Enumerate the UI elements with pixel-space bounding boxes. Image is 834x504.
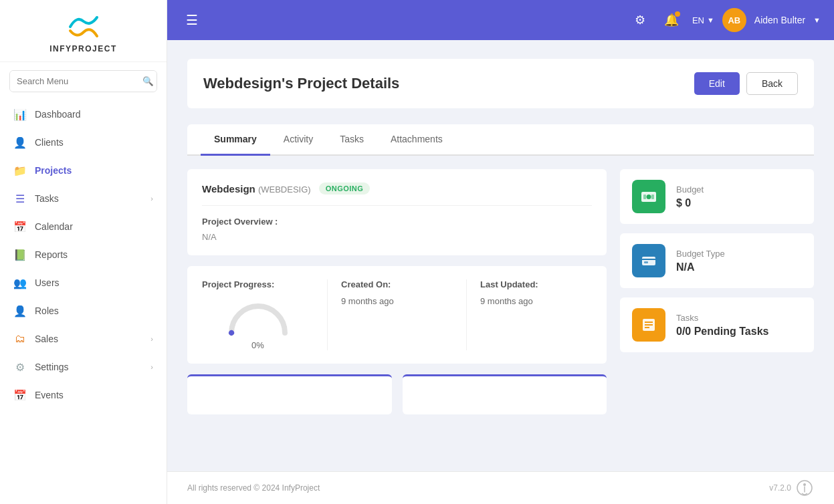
header: ☰ ⚙ 🔔 EN ▼ AB Aiden Bulter ▼ — [167, 0, 834, 40]
updated-label: Last Updated: — [480, 279, 592, 289]
language-selector[interactable]: EN ▼ — [692, 15, 714, 25]
sidebar-label-events: Events — [35, 390, 64, 400]
footer-version: v7.2.0 — [769, 479, 814, 497]
notifications-button[interactable]: 🔔 — [659, 10, 684, 30]
sidebar-item-tasks[interactable]: ☰ Tasks › — [0, 184, 167, 213]
sidebar-label-sales: Sales — [35, 334, 58, 344]
budget-icon — [632, 180, 665, 213]
status-badge: ONGOING — [319, 182, 371, 195]
project-layout: Webdesign (WEBDESIG) ONGOING Project Ove… — [187, 169, 814, 414]
dashboard-icon: 📊 — [13, 108, 27, 121]
svg-rect-3 — [651, 195, 654, 199]
edit-button[interactable]: Edit — [694, 72, 740, 95]
budget-card: Budget $ 0 — [620, 169, 814, 224]
sidebar-item-reports[interactable]: 📗 Reports — [0, 241, 167, 269]
lang-label: EN — [692, 15, 704, 25]
calendar-icon: 📅 — [13, 220, 27, 233]
project-main: Webdesign (WEBDESIG) ONGOING Project Ove… — [187, 169, 607, 414]
budget-type-label: Budget Type — [676, 249, 725, 259]
sidebar-item-roles[interactable]: 👤 Roles — [0, 297, 167, 325]
page-header: Webdesign's Project Details Edit Back — [187, 59, 814, 108]
tasks-side-label: Tasks — [676, 313, 768, 323]
chevron-down-icon: ▼ — [707, 16, 714, 24]
users-icon: 👥 — [13, 276, 27, 289]
created-value: 9 months ago — [341, 296, 453, 306]
tab-tasks[interactable]: Tasks — [326, 124, 377, 156]
roles-icon: 👤 — [13, 304, 27, 318]
progress-circle — [225, 296, 292, 336]
progress-value: 0% — [251, 340, 264, 350]
menu-toggle-button[interactable]: ☰ — [181, 9, 203, 31]
sales-icon: 🗂 — [13, 332, 27, 346]
chevron-down-icon: ▼ — [813, 16, 821, 24]
budget-info: Budget $ 0 — [676, 184, 704, 209]
tasks-icon: ☰ — [13, 192, 27, 205]
progress-col: Project Progress: 0% — [202, 279, 314, 350]
project-side: Budget $ 0 Budget Type N/A — [620, 169, 814, 414]
sidebar-label-tasks: Tasks — [35, 193, 59, 204]
settings-button[interactable]: ⚙ — [629, 10, 651, 30]
tasks-side-icon — [632, 308, 665, 342]
events-icon: 📅 — [13, 388, 27, 402]
sidebar-label-dashboard: Dashboard — [35, 109, 81, 120]
sidebar-item-events[interactable]: 📅 Events — [0, 381, 167, 409]
reports-icon: 📗 — [13, 248, 27, 261]
budget-label: Budget — [676, 184, 704, 195]
tab-summary[interactable]: Summary — [201, 124, 270, 156]
created-label: Created On: — [341, 279, 453, 289]
version-icon — [795, 479, 814, 497]
notification-dot — [675, 11, 680, 17]
main-area: ☰ ⚙ 🔔 EN ▼ AB Aiden Bulter ▼ Webdesign's… — [167, 0, 834, 504]
tab-activity[interactable]: Activity — [270, 124, 326, 156]
version-label: v7.2.0 — [769, 483, 791, 493]
svg-rect-2 — [643, 195, 646, 199]
sidebar-nav: 📊 Dashboard 👤 Clients 📁 Projects ☰ Tasks… — [0, 100, 167, 409]
sidebar-label-clients: Clients — [35, 137, 64, 148]
sidebar-item-settings[interactable]: ⚙ Settings › — [0, 353, 167, 381]
tab-attachments[interactable]: Attachments — [377, 124, 456, 156]
user-name[interactable]: Aiden Bulter — [754, 15, 805, 25]
progress-circle-container: 0% — [202, 296, 314, 350]
budget-type-icon — [632, 244, 665, 277]
chevron-down-icon: › — [150, 335, 153, 343]
back-button[interactable]: Back — [746, 72, 798, 95]
chevron-down-icon: › — [150, 195, 153, 203]
search-input[interactable] — [10, 71, 136, 92]
budget-type-info: Budget Type N/A — [676, 249, 725, 273]
bottom-card-2 — [403, 374, 607, 414]
updated-value: 9 months ago — [480, 296, 592, 306]
sidebar-item-calendar[interactable]: 📅 Calendar — [0, 213, 167, 241]
page-title: Webdesign's Project Details — [203, 75, 399, 92]
project-header-card: Webdesign (WEBDESIG) ONGOING Project Ove… — [187, 169, 607, 255]
svg-point-12 — [803, 483, 806, 486]
sidebar-label-calendar: Calendar — [35, 221, 73, 232]
chevron-down-icon: › — [150, 363, 153, 371]
tasks-card: Tasks 0/0 Pending Tasks — [620, 297, 814, 352]
sidebar-item-users[interactable]: 👥 Users — [0, 269, 167, 297]
sidebar-label-settings: Settings — [35, 362, 69, 372]
project-code: (WEBDESIG) — [258, 184, 311, 195]
budget-type-card: Budget Type N/A — [620, 233, 814, 288]
clients-icon: 👤 — [13, 136, 27, 149]
sidebar-label-reports: Reports — [35, 249, 68, 260]
project-name: Webdesign (WEBDESIG) — [202, 183, 311, 195]
sidebar-item-sales[interactable]: 🗂 Sales › — [0, 325, 167, 353]
progress-label: Project Progress: — [202, 279, 314, 289]
created-col: Created On: 9 months ago — [327, 279, 453, 350]
logo-icon — [64, 12, 104, 41]
bottom-card-1 — [187, 374, 392, 414]
avatar: AB — [722, 8, 746, 32]
project-card-header: Webdesign (WEBDESIG) ONGOING — [202, 182, 592, 206]
project-overview: Project Overview : N/A — [202, 217, 592, 242]
page-header-actions: Edit Back — [694, 72, 798, 95]
sidebar-item-clients[interactable]: 👤 Clients — [0, 128, 167, 156]
tasks-side-info: Tasks 0/0 Pending Tasks — [676, 313, 768, 338]
svg-rect-4 — [642, 257, 655, 265]
search-button[interactable]: 🔍 — [136, 71, 157, 92]
projects-icon: 📁 — [13, 164, 27, 177]
sidebar-item-dashboard[interactable]: 📊 Dashboard — [0, 100, 167, 128]
updated-col: Last Updated: 9 months ago — [466, 279, 592, 350]
sidebar-item-projects[interactable]: 📁 Projects — [0, 156, 167, 184]
project-name-text: Webdesign — [202, 183, 255, 195]
sidebar-label-users: Users — [35, 277, 60, 288]
